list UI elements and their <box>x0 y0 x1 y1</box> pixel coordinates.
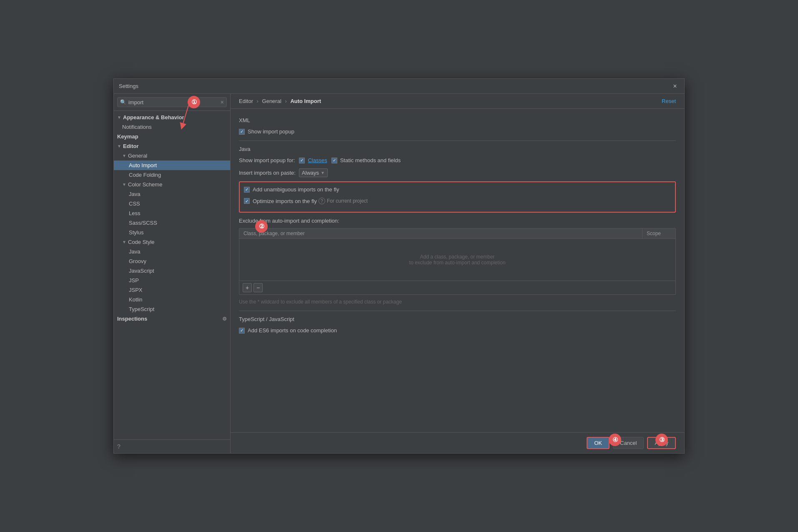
breadcrumb-separator-2: › <box>285 98 288 104</box>
exclude-col1-header: Class, package, or member <box>239 228 642 238</box>
classes-label[interactable]: Classes <box>299 157 327 163</box>
search-wrapper: 🔍 × <box>117 97 227 107</box>
expand-icon: ▼ <box>117 115 121 120</box>
breadcrumb-part-1: Editor <box>239 98 253 104</box>
content-footer: OK Cancel Apply <box>231 432 684 453</box>
for-current-project-text: For current project <box>327 198 368 204</box>
sidebar-item-keymap[interactable]: Keymap <box>114 132 230 141</box>
sidebar-item-notifications[interactable]: Notifications <box>114 122 230 132</box>
content-header: Editor › General › Auto Import Reset <box>231 94 684 109</box>
exclude-table-header: Class, package, or member Scope <box>239 228 675 239</box>
add-unambiguous-checkbox[interactable] <box>244 187 250 193</box>
static-text: Static methods and fields <box>340 157 401 163</box>
inspections-icon: ⚙ <box>222 316 227 322</box>
reset-button[interactable]: Reset <box>662 98 676 104</box>
sidebar-item-color-scheme[interactable]: ▼ Color Scheme <box>114 180 230 189</box>
xml-show-popup-text: Show import popup <box>248 128 294 135</box>
sidebar-item-general[interactable]: ▼ General <box>114 151 230 161</box>
sidebar-item-label: JSP <box>129 277 139 284</box>
breadcrumb-separator-1: › <box>257 98 260 104</box>
add-es6-checkbox[interactable] <box>239 328 245 334</box>
add-es6-label[interactable]: Add ES6 imports on code completion <box>239 327 337 334</box>
sidebar-item-code-style-typescript[interactable]: TypeScript <box>114 304 230 314</box>
sidebar-item-color-scheme-css[interactable]: CSS <box>114 199 230 208</box>
search-clear-button[interactable]: × <box>221 99 224 105</box>
xml-show-popup-label[interactable]: Show import popup <box>239 128 294 135</box>
static-checkbox[interactable] <box>331 158 337 163</box>
dropdown-arrow-icon: ▼ <box>321 171 325 175</box>
add-exclude-button[interactable]: + <box>243 283 252 292</box>
add-unambiguous-label[interactable]: Add unambiguous imports on the fly <box>244 186 339 193</box>
ok-button[interactable]: OK <box>587 437 610 449</box>
sidebar-item-code-style-groovy[interactable]: Groovy <box>114 256 230 266</box>
sidebar-item-label: Inspections <box>117 316 147 322</box>
xml-show-popup-row: Show import popup <box>239 128 676 136</box>
insert-imports-label: Insert imports on paste: <box>239 170 296 176</box>
sidebar-item-editor[interactable]: ▼ Editor <box>114 141 230 151</box>
breadcrumb-current: Auto Import <box>290 98 321 104</box>
optimize-imports-help-icon[interactable]: ? <box>319 198 325 204</box>
java-show-popup-row: Show import popup for: Classes Static me… <box>239 156 676 164</box>
insert-imports-value: Always <box>302 170 319 176</box>
exclude-title: Exclude from auto-import and completion: <box>239 218 676 224</box>
sidebar-item-label: Sass/SCSS <box>129 220 157 226</box>
xml-show-popup-checkbox[interactable] <box>239 129 245 135</box>
close-button[interactable]: × <box>671 82 679 90</box>
fly-options-box: Add unambiguous imports on the fly Optim… <box>239 181 676 213</box>
exclude-empty-line1: Add a class, package, or member <box>420 254 495 260</box>
java-section-title: Java <box>239 146 676 152</box>
insert-imports-dropdown-wrapper: Always ▼ <box>299 168 328 177</box>
sidebar-item-label: JSPX <box>129 287 143 293</box>
xml-section-title: XML <box>239 117 676 123</box>
search-input[interactable] <box>128 99 221 105</box>
remove-exclude-button[interactable]: − <box>253 283 263 292</box>
sidebar-item-color-scheme-stylus[interactable]: Stylus <box>114 228 230 237</box>
optimize-imports-checkbox[interactable] <box>244 198 250 204</box>
classes-checkbox[interactable] <box>299 158 305 163</box>
content-scroll: XML Show import popup Java Show import p… <box>231 109 684 432</box>
sidebar-item-label: JavaScript <box>129 268 154 274</box>
optimize-imports-label[interactable]: Optimize imports on the fly <box>244 198 317 204</box>
expand-icon: ▼ <box>122 240 126 244</box>
sidebar-item-color-scheme-java[interactable]: Java <box>114 189 230 199</box>
sidebar-item-label: Java <box>129 191 140 197</box>
main-body: 🔍 × ▼ Appearance & Behavior Notification… <box>114 94 684 453</box>
sidebar-item-label: CSS <box>129 201 140 207</box>
help-button[interactable]: ? <box>117 443 120 450</box>
sidebar-item-label: Code Folding <box>129 172 161 178</box>
sidebar-bottom: ? <box>114 439 230 453</box>
add-es6-row: Add ES6 imports on code completion <box>239 326 676 334</box>
divider-1 <box>239 141 676 141</box>
sidebar-item-color-scheme-sass[interactable]: Sass/SCSS <box>114 218 230 228</box>
sidebar-item-code-style-java[interactable]: Java <box>114 247 230 256</box>
sidebar-item-appearance-behavior[interactable]: ▼ Appearance & Behavior <box>114 113 230 122</box>
sidebar-item-auto-import[interactable]: Auto Import <box>114 161 230 170</box>
expand-icon: ▼ <box>117 144 121 148</box>
sidebar-item-code-style-javascript[interactable]: JavaScript <box>114 266 230 276</box>
static-label[interactable]: Static methods and fields <box>331 157 401 163</box>
sidebar-item-label: Color Scheme <box>128 181 162 188</box>
sidebar-item-code-folding[interactable]: Code Folding <box>114 170 230 180</box>
sidebar-item-label: Notifications <box>122 124 152 130</box>
sidebar-item-label: Keymap <box>117 133 138 140</box>
apply-button[interactable]: Apply <box>647 437 676 449</box>
sidebar-item-label: Code Style <box>128 239 155 245</box>
exclude-table-body: Add a class, package, or member to exclu… <box>239 239 675 281</box>
exclude-table-footer: + − <box>239 281 675 294</box>
exclude-table: Class, package, or member Scope Add a cl… <box>239 228 676 295</box>
sidebar-item-code-style-jsp[interactable]: JSP <box>114 276 230 285</box>
search-icon: 🔍 <box>120 99 126 105</box>
typescript-section-title: TypeScript / JavaScript <box>239 316 676 322</box>
sidebar-item-code-style[interactable]: ▼ Code Style <box>114 237 230 247</box>
sidebar-item-inspections[interactable]: Inspections ⚙ <box>114 314 230 324</box>
sidebar-item-code-style-jspx[interactable]: JSPX <box>114 285 230 295</box>
sidebar-item-color-scheme-less[interactable]: Less <box>114 208 230 218</box>
cancel-button[interactable]: Cancel <box>613 437 644 449</box>
sidebar-item-code-style-kotlin[interactable]: Kotlin <box>114 295 230 304</box>
breadcrumb: Editor › General › Auto Import <box>239 98 321 104</box>
expand-icon: ▼ <box>122 153 126 158</box>
exclude-col2-header: Scope <box>642 228 675 238</box>
sidebar-item-label: Kotlin <box>129 296 143 303</box>
title-bar: Settings × <box>114 79 684 94</box>
insert-imports-dropdown[interactable]: Always ▼ <box>299 168 328 177</box>
